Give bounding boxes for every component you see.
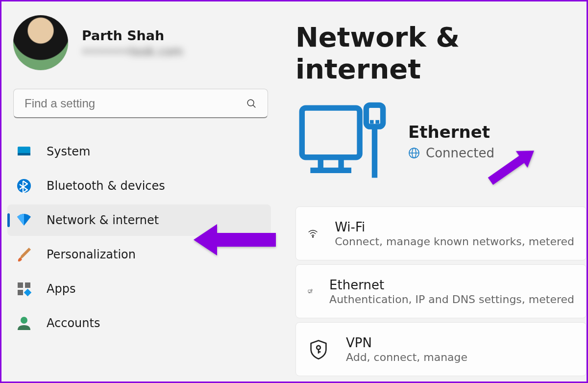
ethernet-icon (308, 281, 313, 302)
svg-line-1 (253, 105, 255, 107)
nav-label: Network & internet (47, 213, 159, 227)
card-title: Wi-Fi (335, 220, 574, 234)
svg-rect-15 (366, 105, 383, 127)
svg-rect-26 (311, 289, 312, 291)
svg-rect-6 (25, 282, 30, 288)
card-subtitle: Add, connect, manage (346, 351, 467, 363)
card-ethernet[interactable]: Ethernet Authentication, IP and DNS sett… (295, 264, 587, 318)
search-box[interactable] (13, 89, 268, 118)
svg-rect-8 (24, 289, 32, 297)
svg-rect-10 (302, 108, 360, 157)
svg-point-21 (313, 236, 314, 237)
profile-block[interactable]: Parth Shah •••••••look.com (1, 15, 277, 70)
svg-rect-3 (18, 153, 30, 155)
card-vpn[interactable]: VPN Add, connect, manage (295, 322, 587, 376)
status-name: Ethernet (408, 122, 494, 142)
profile-name: Parth Shah (82, 28, 183, 43)
card-subtitle: Connect, manage known networks, metered (335, 235, 574, 248)
card-text: Ethernet Authentication, IP and DNS sett… (329, 278, 574, 306)
sidebar-item-bluetooth[interactable]: Bluetooth & devices (7, 170, 271, 202)
nav-label: Accounts (47, 316, 100, 330)
sidebar: Parth Shah •••••••look.com System Blueto… (1, 1, 277, 382)
card-wifi[interactable]: Wi-Fi Connect, manage known networks, me… (295, 206, 587, 260)
card-title: VPN (346, 335, 467, 350)
profile-text: Parth Shah •••••••look.com (82, 28, 183, 58)
annotation-arrow-icon (193, 223, 276, 256)
wifi-icon (16, 212, 32, 228)
system-icon (16, 144, 32, 159)
svg-point-0 (247, 100, 254, 106)
sidebar-item-apps[interactable]: Apps (7, 273, 271, 305)
card-text: Wi-Fi Connect, manage known networks, me… (335, 220, 574, 248)
card-title: Ethernet (329, 278, 574, 292)
wifi-icon (308, 223, 318, 244)
nav-label: Apps (47, 282, 75, 296)
profile-email: •••••••look.com (82, 45, 183, 58)
svg-rect-5 (18, 282, 23, 288)
svg-point-9 (21, 317, 27, 324)
settings-cards: Wi-Fi Connect, manage known networks, me… (295, 206, 587, 376)
main-pane: Network & internet Ethernet Connected (295, 1, 587, 382)
globe-icon (408, 147, 420, 159)
search-input[interactable] (24, 97, 246, 110)
svg-point-28 (317, 346, 320, 350)
nav-label: System (47, 145, 91, 158)
nav-label: Bluetooth & devices (47, 179, 165, 193)
avatar (13, 15, 68, 70)
accounts-icon (16, 315, 32, 331)
ethernet-large-icon (295, 100, 389, 183)
svg-rect-22 (308, 290, 311, 292)
nav-label: Personalization (47, 248, 136, 261)
paintbrush-icon (16, 247, 32, 262)
apps-icon (16, 281, 32, 297)
card-text: VPN Add, connect, manage (346, 335, 467, 363)
sidebar-item-system[interactable]: System (7, 136, 271, 167)
search-icon (246, 98, 257, 109)
bluetooth-icon (16, 178, 32, 194)
svg-rect-7 (18, 290, 23, 295)
page-title: Network & internet (295, 21, 587, 85)
shield-key-icon (308, 338, 329, 360)
card-subtitle: Authentication, IP and DNS settings, met… (329, 293, 574, 306)
sidebar-item-accounts[interactable]: Accounts (7, 307, 271, 339)
